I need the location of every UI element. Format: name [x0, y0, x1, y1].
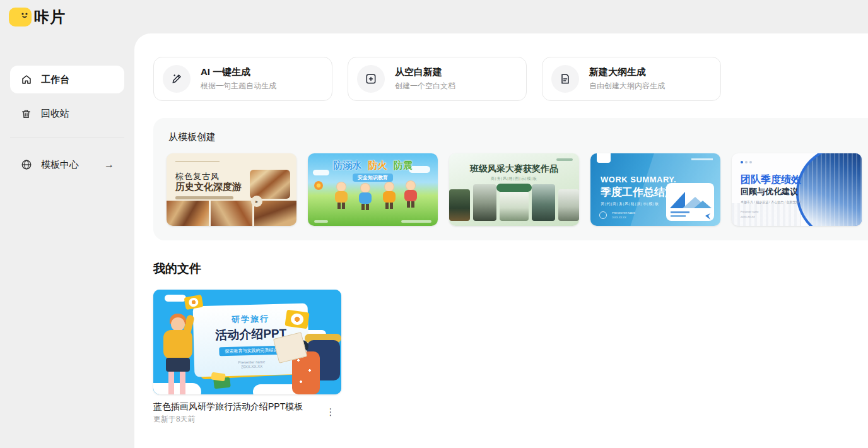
template-subtitle: 安全知识教育 — [353, 174, 393, 182]
figure-body — [359, 192, 372, 204]
decor-text-bar — [401, 220, 431, 223]
sidebar-item-label: 模板中心 — [41, 159, 79, 171]
topbar: 咔片 — [0, 0, 868, 33]
child-figure — [358, 183, 372, 211]
templates-panel: 从模板创建 棕色复古风 历史文化深度游 20XX.XX.XX Presenter… — [153, 118, 868, 240]
logo-smiley-icon — [9, 8, 32, 27]
child-figure — [382, 182, 396, 209]
decor-text-bar — [671, 211, 689, 213]
figure-head — [336, 182, 346, 192]
file-thumbnail: 研学旅行 活动介绍PPT 探索教育与实践的完美结合 Presenter name… — [153, 290, 341, 394]
magic-pen-icon — [163, 65, 191, 93]
action-title: AI 一键生成 — [201, 66, 276, 78]
decor-text-bar — [671, 215, 686, 217]
files-section-title: 我的文件 — [153, 261, 201, 277]
action-texts: 从空白新建 创建一个空白文档 — [395, 66, 455, 91]
action-subtitle: 根据一句主题自动生成 — [201, 81, 276, 91]
app-title: 咔片 — [34, 7, 66, 27]
figure-head — [384, 182, 394, 192]
figure-head — [171, 317, 185, 331]
template-title-line2: 回顾与优化建议 — [741, 186, 798, 197]
template-card-team-kpi[interactable]: 团队季度绩效 回顾与优化建议 卓越非凡 / 稳步前进 / 齐心协力 / 创新无限… — [732, 153, 862, 226]
child-figure — [404, 180, 418, 208]
template-title: 防溺水 防火 防震 — [308, 160, 438, 172]
child-figure — [334, 182, 348, 209]
figure-body — [383, 191, 396, 203]
sidebar-item-workspace[interactable]: 工作台 — [10, 66, 124, 93]
photo-people — [558, 189, 579, 221]
illustration-student-left — [157, 314, 204, 394]
template-presenter: Presenter name — [741, 210, 758, 213]
file-card[interactable]: 研学旅行 活动介绍PPT 探索教育与实践的完美结合 Presenter name… — [153, 290, 341, 394]
template-title-line1: 团队季度绩效 — [741, 174, 801, 187]
photo-person — [473, 184, 496, 221]
new-outline-card[interactable]: 新建大纲生成 自由创建大纲内容生成 — [542, 57, 721, 101]
mural-image — [250, 170, 290, 199]
decor-line — [175, 161, 220, 162]
template-card-work-summary[interactable]: WORK SUMMARY. 季度工作总结汇报 简|约|商|务|风|格|演|示|模… — [590, 153, 720, 226]
decor-text-bar — [314, 220, 328, 223]
template-title: 班级风采大赛获奖作品 — [449, 163, 579, 175]
figure-leg — [168, 372, 174, 394]
action-subtitle: 自由创建大纲内容生成 — [589, 81, 665, 91]
template-subtitle: 卓越非凡 / 稳步前进 / 齐心协力 / 创新无限 / — [741, 200, 801, 204]
decor-tab — [597, 153, 611, 163]
new-blank-card[interactable]: 从空白新建 创建一个空白文档 — [348, 57, 527, 101]
ai-generate-card[interactable]: AI 一键生成 根据一句主题自动生成 — [153, 57, 332, 101]
action-texts: 新建大纲生成 自由创建大纲内容生成 — [589, 66, 665, 91]
figure-head — [406, 180, 416, 191]
sidebar-item-label: 工作台 — [41, 74, 69, 86]
globe-icon — [20, 159, 32, 171]
app-logo[interactable]: 咔片 — [9, 7, 66, 27]
figure-body — [163, 330, 192, 359]
trash-icon — [20, 108, 32, 120]
template-card-history-retro[interactable]: 棕色复古风 历史文化深度游 20XX.XX.XX Presenter name … — [167, 153, 296, 226]
sidebar-item-template-center[interactable]: 模板中心 → — [10, 151, 124, 179]
decor-building-faint — [732, 203, 801, 226]
decor-text-bar — [691, 158, 713, 160]
kebab-menu-icon[interactable]: ⋮ — [323, 404, 338, 420]
thumb-pill: 探索教育与实践的完美结合 — [219, 346, 283, 357]
sidebar-item-recycle-bin[interactable]: 回收站 — [10, 100, 124, 127]
template-title-line2: 历史文化深度游 — [175, 181, 242, 193]
buildings-photo — [799, 153, 862, 226]
template-date: 20XX.XX.XX — [612, 216, 626, 219]
decor-dots — [741, 161, 752, 163]
sidebar-item-label: 回收站 — [41, 108, 69, 120]
template-date: 20XX.XX.XX — [741, 215, 755, 218]
file-updated-time: 更新于8天前 — [153, 414, 196, 425]
figure-shorts — [166, 358, 190, 372]
flower-shape — [314, 181, 323, 190]
play-button-icon: ▸ — [251, 196, 262, 207]
action-subtitle: 创建一个空白文档 — [395, 81, 455, 91]
presenter-avatar-circle — [599, 211, 607, 219]
templates-section-title: 从模板创建 — [168, 131, 216, 143]
main-content: AI 一键生成 根据一句主题自动生成 从空白新建 创建一个空白文档 新建大纲生成… — [134, 33, 868, 448]
template-title-line1: WORK SUMMARY. — [601, 175, 676, 184]
action-title: 从空白新建 — [395, 66, 455, 78]
document-icon — [551, 65, 579, 93]
photo-row — [449, 184, 579, 221]
title-word: 防震 — [394, 160, 413, 170]
sidebar: 工作台 回收站 模板中心 → — [0, 33, 134, 448]
template-presenter: PRESENTER NAME — [612, 211, 635, 215]
title-word: 防溺水 — [333, 160, 361, 170]
template-subtitle: 商|务|风|格|图|示|模|板 — [449, 176, 579, 182]
action-title: 新建大纲生成 — [589, 66, 665, 78]
preview-card — [666, 183, 714, 221]
figure-head — [360, 183, 370, 193]
arrow-right-icon: → — [104, 159, 114, 170]
figure-body — [404, 190, 417, 201]
mural-strip — [167, 201, 296, 226]
template-card-safety-education[interactable]: 防溺水 防火 防震 安全知识教育 — [308, 153, 438, 226]
figure-legs — [385, 203, 393, 209]
add-square-icon — [357, 65, 385, 93]
decor-text-bar — [556, 158, 573, 161]
mural-segment — [211, 201, 253, 226]
template-subtitle: 简|约|商|务|风|格|演|示|模|板 — [601, 201, 659, 207]
figure-legs — [337, 203, 345, 209]
figure-legs — [407, 201, 414, 208]
template-card-class-awards[interactable]: 班级风采大赛获奖作品 商|务|风|格|图|示|模|板 20XX.XX.XX — [449, 153, 579, 226]
figure-body — [335, 191, 348, 203]
decor-subtitle-bar — [175, 196, 233, 199]
